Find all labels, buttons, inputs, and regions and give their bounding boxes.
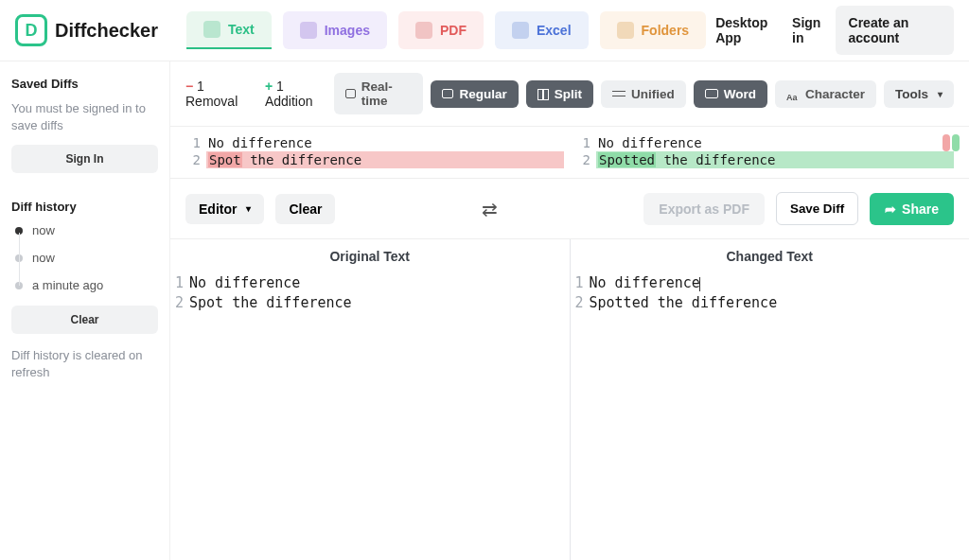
- code-text: No difference: [590, 273, 700, 292]
- diff-chip-removed: Spot: [208, 152, 242, 167]
- mode-character-label: Character: [805, 87, 865, 101]
- tab-excel-label: Excel: [537, 23, 572, 38]
- history-item-label: now: [32, 223, 55, 237]
- save-diff-button[interactable]: Save Diff: [776, 192, 858, 225]
- code-line: 2Spotted the difference: [571, 293, 970, 312]
- tab-folders[interactable]: Folders: [600, 11, 707, 49]
- chevron-down-icon: ▾: [246, 203, 251, 214]
- saved-diffs-message: You must be signed in to save diffs: [11, 100, 158, 133]
- history-item[interactable]: now: [15, 223, 158, 237]
- diff-minimap[interactable]: [943, 134, 960, 151]
- diff-history-heading: Diff history: [11, 200, 158, 214]
- changed-text-title: Changed Text: [571, 239, 970, 270]
- mode-unified[interactable]: Unified: [601, 80, 686, 108]
- page-body: Saved Diffs You must be signed in to sav…: [0, 61, 969, 560]
- diff-line: 2 Spotted the difference: [575, 151, 954, 168]
- line-number: 1: [170, 273, 189, 292]
- removal-count: − 1 Removal: [185, 79, 252, 109]
- line-number: 1: [571, 273, 590, 292]
- diff-right-column: 1 No difference 2 Spotted the difference: [575, 134, 954, 168]
- swap-sides-button[interactable]: ⇄: [482, 198, 498, 220]
- code-line: 1No difference: [170, 273, 570, 292]
- tab-images-label: Images: [325, 23, 370, 38]
- split-icon: [537, 89, 549, 98]
- diff-text: No difference: [596, 134, 954, 151]
- code-text: Spot the difference: [189, 293, 352, 312]
- diff-text: No difference: [206, 134, 564, 151]
- mode-regular[interactable]: Regular: [431, 80, 518, 108]
- main-content: − 1 Removal + 1 Addition Real-time Regul…: [170, 61, 969, 560]
- tools-label: Tools: [895, 87, 928, 101]
- logo-bold: Diff: [55, 20, 86, 41]
- app-header: D Diffchecker Text Images PDF Excel Fold…: [0, 0, 969, 55]
- minimap-removed-icon: [943, 134, 950, 151]
- mode-split-label: Split: [555, 87, 582, 101]
- tab-text[interactable]: Text: [186, 11, 272, 49]
- history-item[interactable]: now: [15, 251, 158, 265]
- sidebar: Saved Diffs You must be signed in to sav…: [0, 61, 170, 560]
- diff-line: 1 No difference: [185, 134, 564, 151]
- share-label: Share: [902, 201, 939, 217]
- excel-icon: [512, 22, 529, 39]
- minimap-added-icon: [952, 134, 960, 151]
- text-icon: [203, 21, 220, 38]
- mode-word-label: Word: [724, 87, 756, 101]
- editor-dropdown[interactable]: Editor▾: [185, 194, 264, 224]
- tab-folders-label: Folders: [642, 23, 690, 38]
- tab-text-label: Text: [228, 22, 255, 37]
- mode-realtime-label: Real-time: [361, 79, 413, 108]
- tools-dropdown[interactable]: Tools▾: [884, 80, 954, 108]
- text-cursor-icon: [699, 277, 700, 291]
- mode-character[interactable]: Character: [775, 80, 876, 108]
- diff-text-removed: Spot the difference: [206, 151, 564, 168]
- plus-icon: +: [265, 79, 273, 94]
- changed-text-pane: Changed Text 1No difference 2Spotted the…: [571, 239, 970, 560]
- tab-images[interactable]: Images: [283, 11, 387, 49]
- chevron-down-icon: ▾: [938, 89, 943, 99]
- word-icon: [705, 89, 718, 98]
- original-text-editor[interactable]: 1No difference 2Spot the difference: [170, 270, 570, 560]
- create-account-button[interactable]: Create an account: [836, 6, 954, 55]
- share-button[interactable]: ➦Share: [870, 193, 954, 225]
- folders-icon: [617, 22, 634, 39]
- diff-left-column: 1 No difference 2 Spot the difference: [185, 134, 564, 168]
- nav-tabs: Text Images PDF Excel Folders: [186, 11, 706, 49]
- diff-chip-added: Spotted: [598, 152, 656, 167]
- logo-mark-icon: D: [15, 14, 47, 46]
- logo-rest: checker: [86, 20, 158, 41]
- diff-history-section: Diff history now now a minute ago Clear …: [11, 200, 158, 380]
- clear-button[interactable]: Clear: [275, 194, 335, 224]
- logo[interactable]: D Diffchecker: [15, 14, 158, 46]
- tab-excel[interactable]: Excel: [495, 11, 589, 49]
- desktop-app-link[interactable]: Desktop App: [712, 6, 784, 55]
- mode-realtime[interactable]: Real-time: [334, 73, 423, 114]
- character-icon: [786, 89, 800, 98]
- mode-unified-label: Unified: [631, 87, 675, 101]
- regular-icon: [442, 89, 453, 98]
- logo-text: Diffchecker: [55, 20, 158, 42]
- signin-link[interactable]: Sign in: [788, 6, 831, 55]
- editor-dropdown-label: Editor: [199, 201, 237, 217]
- history-item[interactable]: a minute ago: [15, 278, 158, 292]
- line-number: 2: [185, 151, 206, 168]
- diff-text-added: Spotted the difference: [596, 151, 954, 168]
- tab-pdf[interactable]: PDF: [398, 11, 484, 49]
- mode-word[interactable]: Word: [694, 80, 767, 108]
- mode-split[interactable]: Split: [526, 80, 593, 108]
- saved-diffs-heading: Saved Diffs: [11, 77, 158, 91]
- pdf-icon: [415, 22, 432, 39]
- change-summary: − 1 Removal + 1 Addition: [185, 79, 326, 109]
- diff-result-view: 1 No difference 2 Spot the difference 1 …: [170, 127, 969, 179]
- editor-controls: Editor▾ Clear ⇄ Export as PDF Save Diff …: [170, 179, 969, 239]
- code-line: 2Spot the difference: [170, 293, 570, 312]
- diff-line: 1 No difference: [575, 134, 954, 151]
- diff-line: 2 Spot the difference: [185, 151, 564, 168]
- history-clear-button[interactable]: Clear: [11, 306, 158, 334]
- result-toolbar: − 1 Removal + 1 Addition Real-time Regul…: [170, 61, 969, 127]
- changed-text-editor[interactable]: 1No difference 2Spotted the difference: [571, 270, 970, 560]
- realtime-icon: [345, 89, 356, 98]
- history-item-label: a minute ago: [32, 278, 103, 292]
- sidebar-signin-button[interactable]: Sign In: [11, 145, 158, 173]
- line-number: 2: [170, 293, 189, 312]
- code-text: No difference: [189, 273, 300, 292]
